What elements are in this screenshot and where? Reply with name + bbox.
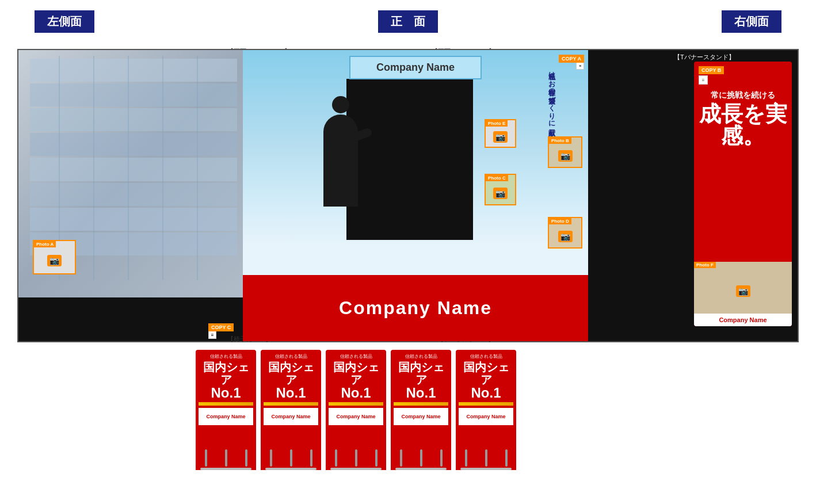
photo-b-camera-icon: 📷 [558, 150, 573, 162]
chair-sign-2-no1: No.1 [264, 386, 318, 400]
copy-b-doc: ≡ [699, 75, 787, 85]
section-labels: 左側面 正 面 右側面 [0, 0, 816, 33]
chair-sign-5-no1: No.1 [459, 386, 513, 400]
front-panel: Company Name COPY A ≡ 私達はお客様の繁盛づくりに貢献します… [243, 50, 588, 297]
fascia-red: Company Name [243, 275, 588, 341]
t-banner-section: 【Tバナースタンド】 COPY B ≡ 常に挑戦を続ける 成長を実感。 Phot… [671, 50, 798, 343]
chair-sign-3-top: 信頼される製品 [329, 353, 383, 360]
left-section-label: 左側面 [35, 10, 94, 33]
company-banner-top-text: Company Name [376, 62, 455, 73]
chair-sign-1-no1: No.1 [199, 386, 253, 400]
chair-sign-4: 信頼される製品 国内シェア No.1 Company Name [391, 350, 451, 470]
chair-sign-1-company: Company Name [206, 414, 245, 419]
chair-sign-4-company: Company Name [401, 414, 440, 419]
chair-sign-1-main: 国内シェア [199, 361, 253, 386]
interior-black [346, 79, 473, 240]
copy-c-doc-icon: ≡ [208, 331, 216, 339]
t-banner-line1: 常に挑戦を続ける [699, 90, 787, 100]
chair-sign-2-top: 信頼される製品 [264, 353, 318, 360]
photo-f-label: Photo F [694, 262, 716, 268]
photo-a-camera-icon: 📷 [47, 255, 62, 266]
t-banner-label: 【Tバナースタンド】 [674, 53, 735, 62]
chair-sign-5-main: 国内シェア [459, 361, 513, 386]
copy-a-doc-icon: ≡ [576, 62, 584, 70]
t-banner-company-text: Company Name [694, 314, 792, 326]
t-banner-line2: 成長を実感。 [699, 103, 787, 147]
photo-c-placeholder: Photo C 📷 [485, 174, 516, 205]
chair-sign-4-main: 国内シェア [394, 361, 448, 386]
chair-sign-1: 信頼される製品 国内シェア No.1 Company Name [196, 350, 256, 470]
t-banner-stand: COPY B ≡ 常に挑戦を続ける 成長を実感。 Photo F 📷 Compa… [694, 62, 792, 326]
photo-a-label: Photo A [34, 241, 56, 247]
chair-sign-4-no1: No.1 [394, 386, 448, 400]
t-banner-main-text: 常に挑戦を続ける 成長を実感。 [694, 87, 792, 262]
chair-sign-5: 信頼される製品 国内シェア No.1 Company Name [456, 350, 516, 470]
center-section-label: 正 面 [378, 10, 438, 33]
company-banner-top: Company Name [349, 56, 482, 79]
silhouette [318, 96, 364, 223]
chair-sign-5-top: 信頼される製品 [459, 353, 513, 360]
photo-a-placeholder: Photo A 📷 [33, 240, 76, 274]
chair-sign-1-top: 信頼される製品 [199, 353, 253, 360]
photo-e-placeholder: Photo E 📷 [485, 119, 516, 148]
chair-sign-5-company: Company Name [466, 414, 505, 419]
photo-c-camera-icon: 📷 [493, 188, 508, 199]
chair-sign-2-main: 国内シェア [264, 361, 318, 386]
fascia-company-text: Company Name [339, 297, 492, 319]
copy-a-badge: COPY A [559, 55, 584, 63]
photo-d-label: Photo D [549, 218, 571, 224]
copy-c-badge: COPY C [208, 323, 234, 331]
chair-sign-3-no1: No.1 [329, 386, 383, 400]
right-section-label: 右側面 [722, 10, 781, 33]
photo-b-placeholder: Photo B 📷 [548, 136, 582, 168]
photo-d-placeholder: Photo D 📷 [548, 217, 582, 249]
chair-sign-4-top: 信頼される製品 [394, 353, 448, 360]
photo-e-camera-icon: 📷 [493, 131, 508, 143]
chair-sign-3: 信頼される製品 国内シェア No.1 Company Name [326, 350, 386, 470]
copy-b-badge: COPY B [699, 66, 724, 74]
chair-sign-3-main: 国内シェア [329, 361, 383, 386]
photo-f-placeholder: Photo F 📷 [694, 262, 792, 314]
photo-b-label: Photo B [549, 138, 571, 144]
chair-sign-3-company: Company Name [336, 414, 375, 419]
people-photos-area: COPY A ≡ 私達はお客様の繁盛づくりに貢献します。 Photo E 📷 P… [476, 50, 585, 297]
chair-sign-2-company: Company Name [271, 414, 310, 419]
photo-f-camera-icon: 📷 [736, 285, 750, 297]
photo-d-camera-icon: 📷 [558, 231, 573, 242]
chairs-container: 信頼される製品 国内シェア No.1 Company Name 信頼される製品 … [196, 350, 516, 470]
left-wall: Photo A 📷 [18, 50, 243, 297]
photo-c-label: Photo C [486, 175, 508, 181]
photo-e-label: Photo E [486, 120, 508, 127]
chair-sign-2: 信頼される製品 国内シェア No.1 Company Name [261, 350, 321, 470]
booth-outer: Photo A 📷 Company Name COPY A ≡ 私達はお客様の繁… [17, 49, 799, 342]
